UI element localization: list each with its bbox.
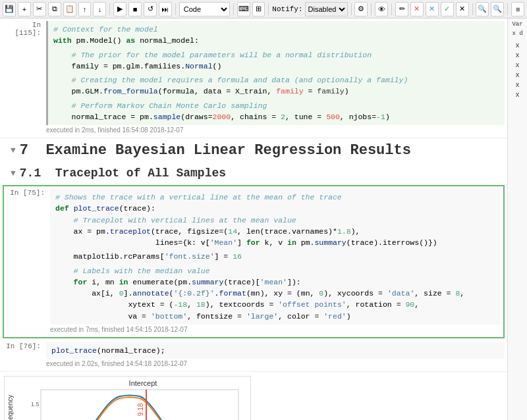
- code-line-5: lines={k: v['Mean'] for k, v in pm.summa…: [55, 237, 495, 248]
- cell-75: In [75]: # Shows the trace with a vertic…: [4, 186, 503, 337]
- section-7-triangle[interactable]: ▼: [11, 145, 16, 155]
- notify-select[interactable]: Disabled Enabled: [305, 2, 348, 16]
- toolbar: 💾 + ✂ ⧉ 📋 ↑ ↓ ▶ ■ ↺ ⏭ Code Markdown Raw …: [0, 0, 527, 18]
- zoom-out-button[interactable]: 🔍: [491, 2, 504, 16]
- sidebar-x-header: x d: [512, 30, 522, 37]
- code-line: # The prior for the model parameters wil…: [53, 49, 499, 61]
- code-line-1: # Shows the trace with a vertical line a…: [55, 192, 495, 203]
- code-line-7: # Labels with the median value: [55, 265, 495, 276]
- separator-5: [351, 3, 352, 15]
- sidebar-item-5[interactable]: x: [514, 80, 520, 90]
- cell-76-prompt: In [76]:: [0, 340, 46, 371]
- grid-button[interactable]: ⊞: [252, 2, 265, 16]
- intercept-histogram: Intercept Frequency 9.18 7.5 8.0: [4, 376, 251, 420]
- cell-75-wrapper: In [75]: # Shows the trace with a vertic…: [3, 185, 505, 338]
- code-line-10: xytext = (-18, 18), textcoords = 'offset…: [55, 299, 495, 310]
- run-all-button[interactable]: ⏭: [159, 2, 172, 16]
- code-line: # Perform Markov Chain Monte Carlo sampl…: [53, 100, 499, 111]
- stop-button[interactable]: ■: [128, 2, 142, 16]
- code-line: # Creating the model requires a formula …: [53, 74, 499, 86]
- pencil-button[interactable]: ✏: [395, 2, 408, 16]
- notify-label: Notify:: [272, 5, 302, 13]
- code-line-plot: plot_trace(normal_trace);: [51, 345, 499, 356]
- restart-button[interactable]: ↺: [144, 2, 157, 16]
- code-line-9: ax[i, 0].annotate('{:0.2f}'.format(mn), …: [55, 288, 495, 299]
- cell-76-execution: executed in 2.02s, finished 14:54:18 201…: [46, 359, 505, 369]
- code-line-11: va = 'bottom', fontsize = 'large', color…: [55, 311, 495, 322]
- move-up-button[interactable]: ↑: [78, 2, 92, 16]
- keyboard-button[interactable]: ⌨: [237, 2, 250, 16]
- notebook: In [115]: # Context for the model with p…: [0, 18, 507, 420]
- code-line: with pm.Model() as normal_model:: [53, 35, 499, 46]
- code-line: normal_trace = pm.sample(draws=2000, cha…: [53, 111, 499, 122]
- sidebar-item-1[interactable]: x: [514, 41, 520, 51]
- sidebar-var-label: Var: [512, 21, 522, 28]
- sidebar-item-2[interactable]: x: [514, 51, 520, 61]
- cell-115: In [115]: # Context for the model with p…: [0, 18, 507, 138]
- code-line-6: matplotlib.rcParams['font.size'] = 16: [55, 251, 495, 262]
- code-line-8: for i, mn in enumerate(pm.summary(trace)…: [55, 276, 495, 288]
- code-line-3: # Traceplot with vertical lines at the m…: [55, 215, 495, 226]
- settings-button[interactable]: ⚙: [354, 2, 368, 16]
- separator-2: [175, 3, 176, 15]
- run-button[interactable]: ▶: [113, 2, 126, 16]
- cell-115-prompt: In [115]:: [0, 18, 46, 138]
- code-line: # Context for the model: [53, 24, 499, 35]
- separator-6: [371, 3, 372, 15]
- cell-75-prompt: In [75]:: [4, 186, 50, 337]
- sidebar-item-6[interactable]: x: [514, 90, 520, 100]
- x-gray-button[interactable]: ✕: [456, 2, 469, 16]
- mean-value: 9.18: [137, 403, 144, 416]
- section-71-title: 7.1 Traceplot of All Samples: [20, 167, 226, 180]
- separator-1: [109, 3, 110, 15]
- section-7-row: ▼ 7 Examine Bayesian Linear Regression R…: [0, 138, 507, 163]
- code-line-4: ax = pm.traceplot(trace, figsize=(14, le…: [55, 226, 495, 237]
- separator-7: [391, 3, 392, 15]
- plots-container: Intercept Frequency 9.18 7.5 8.0: [0, 372, 507, 420]
- section-7-title: 7 Examine Bayesian Linear Regression Res…: [20, 142, 411, 159]
- code-line-2: def plot_trace(trace):: [55, 203, 495, 214]
- separator-3: [233, 3, 234, 15]
- add-cell-button[interactable]: +: [18, 2, 31, 16]
- sidebar-item-4[interactable]: x: [514, 70, 520, 80]
- eye-button[interactable]: 👁: [375, 2, 388, 16]
- code-line: pm.GLM.from_formula(formula, data = X_tr…: [53, 86, 499, 97]
- x-red-button[interactable]: ✕: [410, 2, 424, 16]
- cell-115-content[interactable]: # Context for the model with pm.Model() …: [46, 18, 507, 138]
- intercept-hist-svg: Intercept Frequency 9.18 7.5 8.0: [5, 377, 252, 420]
- paste-button[interactable]: 📋: [63, 2, 76, 16]
- copy-button[interactable]: ⧉: [48, 2, 61, 16]
- code-line: family = pm.glm.families.Normal(): [53, 61, 499, 72]
- y-axis-label: Frequency: [7, 395, 14, 420]
- check-green-button[interactable]: ✓: [441, 2, 454, 16]
- separator-9: [507, 3, 508, 15]
- intercept-hist-title: Intercept: [129, 379, 157, 387]
- main-container: In [115]: # Context for the model with p…: [0, 18, 527, 420]
- cell-115-code[interactable]: # Context for the model with pm.Model() …: [46, 21, 505, 125]
- sidebar-item-3[interactable]: x: [514, 61, 520, 70]
- separator-8: [472, 3, 473, 15]
- zoom-in-button[interactable]: 🔍: [476, 2, 489, 16]
- cell-75-execution: executed in 7ms, finished 14:54:15 2018-…: [50, 325, 501, 334]
- separator-4: [268, 3, 269, 15]
- move-down-button[interactable]: ↓: [93, 2, 106, 16]
- cell-76-content[interactable]: plot_trace(normal_trace); executed in 2.…: [46, 340, 507, 371]
- cell-76-code[interactable]: plot_trace(normal_trace);: [46, 342, 505, 359]
- cell-76: In [76]: plot_trace(normal_trace); execu…: [0, 340, 507, 372]
- save-button[interactable]: 💾: [3, 2, 16, 16]
- cut-button[interactable]: ✂: [33, 2, 46, 16]
- y-tick-3: 1.5: [31, 401, 40, 407]
- menu-button[interactable]: ≡: [511, 2, 524, 16]
- x-blue-button[interactable]: ✕: [426, 2, 439, 16]
- cell-type-select[interactable]: Code Markdown Raw: [179, 2, 230, 16]
- cell-115-execution: executed in 2ms, finished 16:54:08 2018-…: [46, 125, 505, 135]
- sidebar: Var x d x x x x x x: [507, 18, 527, 420]
- section-71-row: ▼ 7.1 Traceplot of All Samples: [0, 163, 507, 184]
- cell-75-code[interactable]: # Shows the trace with a vertical line a…: [50, 189, 501, 325]
- cell-75-content[interactable]: # Shows the trace with a vertical line a…: [50, 186, 503, 337]
- section-71-triangle[interactable]: ▼: [11, 169, 16, 178]
